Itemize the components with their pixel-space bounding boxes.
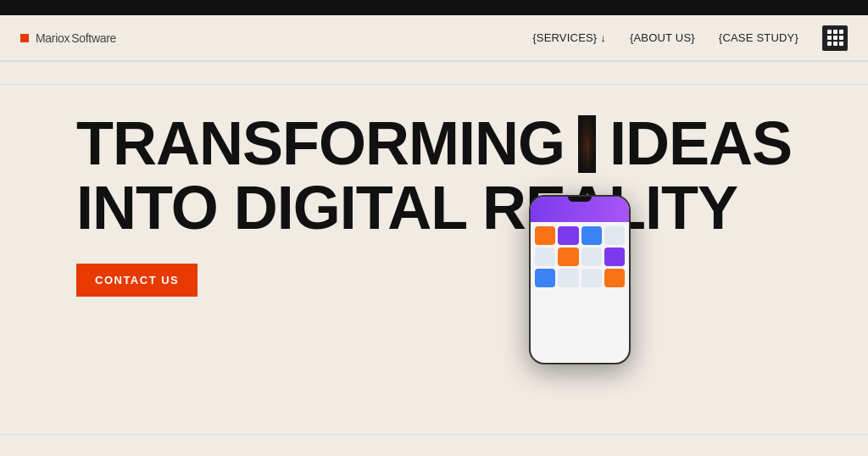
nav-services[interactable]: {SERVICES} ↓: [532, 31, 606, 44]
phone-screen: [531, 197, 629, 363]
top-bar: [0, 0, 868, 15]
phone-icon-1: [535, 226, 555, 245]
phone-icon-6: [558, 247, 578, 266]
headline-transforming: TRANSFORMING: [76, 112, 565, 176]
phone-icon-3: [581, 226, 602, 245]
menu-grid-button[interactable]: [822, 25, 848, 51]
logo-area: MarioxSoftware: [20, 30, 116, 47]
inline-city-image: [578, 115, 596, 173]
headline-digital-reality: DIGITAL REALITY: [234, 174, 737, 242]
headline-ideas: IDEAS: [609, 112, 792, 176]
phone-icon-9: [535, 269, 555, 287]
phone-mockup: [529, 195, 631, 364]
phone-icon-2: [558, 226, 578, 245]
bottom-ticker-bar: Stellar Websites and Mobile Apps. {Servi…: [0, 434, 868, 456]
logo-icon: [20, 34, 29, 42]
nav-case-study[interactable]: {CASE STUDY}: [719, 31, 798, 44]
phone-icon-11: [581, 269, 602, 287]
logo-sub: Software: [71, 31, 116, 45]
hero-section: TRANSFORMING IDEAS INTO DIGITAL REALITY …: [0, 85, 868, 314]
logo-brand: Mariox: [36, 31, 70, 45]
headline-line1: TRANSFORMING IDEAS: [76, 112, 792, 176]
headline-into: INTO: [76, 174, 234, 242]
nav-links: {SERVICES} ↓ {ABOUT US} {CASE STUDY}: [532, 25, 848, 51]
phone-icon-7: [581, 247, 602, 266]
phone-icon-4: [604, 226, 625, 245]
headline-line2: INTO DIGITAL REALITY: [76, 176, 792, 241]
hero-headline: TRANSFORMING IDEAS INTO DIGITAL REALITY: [76, 112, 792, 240]
phone-icon-8: [604, 247, 625, 266]
image-overlay: [578, 115, 596, 173]
phone-icon-12: [604, 269, 625, 287]
logo-text: MarioxSoftware: [34, 30, 116, 47]
ticker-bar: Mariox Software Pvt. Ltd: Where Innovati…: [0, 61, 868, 85]
navbar: MarioxSoftware {SERVICES} ↓ {ABOUT US} {…: [0, 15, 868, 61]
phone-notch: [568, 197, 592, 202]
phone-app-grid: [531, 222, 629, 292]
contact-us-button[interactable]: CONTACT US: [76, 264, 198, 297]
phone-icon-5: [535, 247, 555, 266]
grid-icon: [827, 30, 843, 46]
ticker-text: Mariox Software Pvt. Ltd: Where Innovati…: [0, 68, 868, 78]
bottom-ticker-text: Stellar Websites and Mobile Apps. {Servi…: [0, 441, 868, 451]
nav-about[interactable]: {ABOUT US}: [630, 31, 695, 44]
phone-icon-10: [558, 269, 578, 287]
phone-mockup-container: [529, 195, 631, 364]
